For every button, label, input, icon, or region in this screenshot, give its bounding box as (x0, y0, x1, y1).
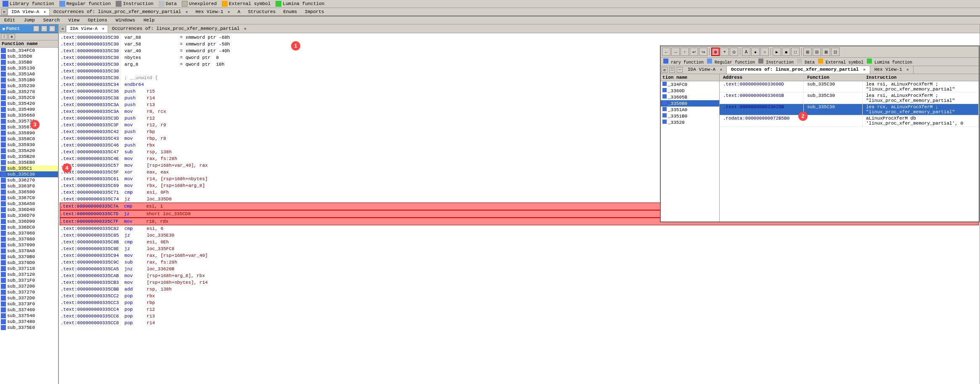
fn-sort-btn[interactable]: ↕ (1, 34, 8, 40)
fn-list-item[interactable]: sub_3372D0 (0, 295, 58, 301)
fn-list-item[interactable]: sub_337060 (0, 230, 58, 236)
fn-list-item[interactable]: sub_335930 (0, 142, 58, 148)
tab-imports[interactable]: Imports (301, 8, 328, 16)
toolbar-play[interactable]: ► (773, 48, 781, 56)
toolbar-highlight[interactable]: ⊕ (711, 48, 720, 56)
right-fn-list-item[interactable]: _3360D (661, 88, 719, 94)
fn-list-item[interactable]: sub_334FC0 (0, 48, 58, 53)
ida-line[interactable]: .text:000000000335CA5 jnz loc_33620B (61, 266, 978, 272)
right-fn-list-item[interactable]: _334FC0 (661, 81, 719, 88)
fn-list-item[interactable]: sub_335230 (0, 83, 58, 89)
fn-list-item[interactable]: sub_335EB0 (0, 160, 58, 165)
ida-line[interactable]: .text:000000000335CB3 mov [rsp+168h+nbyt… (61, 279, 978, 286)
menu-jump[interactable]: Jump (19, 17, 39, 24)
toolbar-A[interactable]: A (742, 48, 750, 56)
menu-windows[interactable]: Windows (111, 17, 139, 24)
fn-list-item[interactable]: sub_337480 (0, 319, 58, 325)
fn-list-item[interactable]: sub_336500 (0, 189, 58, 195)
right-tab-pin[interactable]: ⊡ (662, 67, 667, 73)
toolbar-dot[interactable]: ● (751, 48, 760, 56)
fn-list-item[interactable]: sub_336A50 (0, 201, 58, 207)
fn-list-item[interactable]: sub_3370B0 (0, 254, 58, 260)
ida-pin-btn[interactable]: ⊡ (60, 26, 66, 32)
fn-panel-btn1[interactable]: □ (33, 26, 39, 32)
tab-structures[interactable]: Structures (244, 8, 279, 16)
right-tab-btn3[interactable]: — (677, 67, 683, 73)
right-tab-btn2[interactable]: □ (669, 67, 675, 73)
toolbar-misc3[interactable]: ⊠ (822, 48, 830, 56)
ida-occ-close[interactable]: ✕ (244, 27, 246, 31)
right-fn-list-item[interactable]: _3351B0 (661, 113, 719, 119)
menu-search[interactable]: Search (39, 17, 64, 24)
tab-close-btn[interactable]: ⊡ (1, 9, 7, 15)
fn-list-item[interactable]: sub_3373F0 (0, 301, 58, 307)
fn-list-item[interactable]: sub_335C30 (0, 171, 58, 177)
fn-list-item[interactable]: sub_3375E0 (0, 325, 58, 331)
toolbar-btn3[interactable]: ⊙ (730, 48, 738, 56)
tab-hex-close[interactable]: ✕ (228, 10, 230, 14)
ida-line[interactable]: .text:000000000335CC2 pop rbx (61, 293, 978, 299)
tab-occurrences[interactable]: Occurrences of: linux_proc_xfer_memory_p… (50, 8, 192, 16)
right-tab-hex[interactable]: Hex View-1 ✕ (870, 66, 914, 74)
fn-list-item[interactable]: sub_335D0 (0, 53, 58, 59)
ida-line[interactable]: .text:000000000335CC6 pop r13 (61, 313, 978, 320)
toolbar-fwd[interactable]: → (671, 48, 680, 56)
menu-view[interactable]: View (64, 17, 83, 24)
fn-list-item[interactable]: sub_3363F0 (0, 183, 58, 189)
fn-list-item[interactable]: sub_335490 (0, 107, 58, 112)
fn-list-item[interactable]: sub_337270 (0, 289, 58, 295)
fn-list-item[interactable]: sub_336270 (0, 177, 58, 183)
toolbar-undo[interactable]: ↩ (690, 48, 698, 56)
fn-panel-close[interactable]: ✕ (49, 26, 55, 32)
fn-list-item[interactable]: sub_3371F0 (0, 277, 58, 283)
toolbar-stop[interactable]: ■ (782, 48, 790, 56)
xref-row[interactable]: .text:000000000033600Dsub_335C30lea rsi,… (720, 81, 979, 93)
tab-ida-close[interactable]: ✕ (44, 10, 46, 14)
ida-line[interactable]: .text:000000000335C8B cmp esi, 0Eh (61, 239, 978, 245)
fn-list-item[interactable]: sub_337200 (0, 283, 58, 289)
xref-row[interactable]: .rodata:000000000072B5B0aLinuxProcXferM … (720, 115, 979, 127)
fn-list-item[interactable]: sub_335270 (0, 89, 58, 95)
toolbar-misc1[interactable]: ⊞ (803, 48, 812, 56)
ida-line[interactable]: .text:000000000335C9C sub rax, fs:28h (61, 259, 978, 266)
fn-list-item[interactable]: sub_3352C0 (0, 95, 58, 101)
fn-list-item[interactable]: sub_335B20 (0, 154, 58, 160)
fn-list-item[interactable]: sub_337460 (0, 307, 58, 313)
ida-tab-main[interactable]: IDA View-A ✕ (66, 25, 108, 32)
tab-a[interactable]: A (234, 8, 244, 16)
toolbar-redo[interactable]: ↪ (699, 48, 707, 56)
toolbar-circle[interactable]: ○ (760, 48, 769, 56)
right-tab-ida[interactable]: IDA View-A ✕ (683, 66, 727, 74)
xref-row[interactable]: .text:000000000033625Bsub_335C30lea rcx,… (720, 104, 979, 115)
fn-list-item[interactable]: sub_336DC0 (0, 224, 58, 230)
fn-panel-btn2[interactable]: — (41, 26, 47, 32)
fn-list-item[interactable]: sub_335890 (0, 130, 58, 136)
fn-list-item[interactable]: sub_335730 (0, 118, 58, 124)
fn-list-item[interactable]: sub_3370A0 (0, 248, 58, 254)
toolbar-back[interactable]: ← (662, 48, 670, 56)
tab-hex-view[interactable]: Hex View-1 ✕ (192, 8, 234, 16)
fn-list-item[interactable]: sub_335B0 (0, 59, 58, 65)
toolbar-btn2[interactable]: ⌖ (720, 48, 729, 56)
ida-line[interactable]: .text:000000000335CC3 pop rbp (61, 299, 978, 306)
fn-list-item[interactable]: sub_3351A0 (0, 71, 58, 77)
ida-line[interactable]: .text:000000000335C85 jz loc_335E30 (61, 232, 978, 239)
tab-enums[interactable]: Enums (279, 8, 301, 16)
fn-list-item[interactable]: sub_337090 (0, 242, 58, 248)
fn-list-item[interactable]: sub_337110 (0, 266, 58, 272)
ida-line[interactable]: .text:000000000335C30 var_68 = xmmword p… (61, 34, 978, 41)
ida-line[interactable]: .text:000000000335C94 mov rax, [rsp+168h… (61, 252, 978, 259)
menu-options[interactable]: Options (84, 17, 111, 24)
right-fn-list-item[interactable]: _3350B0 (661, 100, 719, 107)
fn-list-item[interactable]: sub_335130 (0, 65, 58, 71)
right-fn-list-item[interactable]: _3351A0 (661, 107, 719, 113)
tab-occ-close[interactable]: ✕ (185, 10, 188, 14)
toolbar-up[interactable]: ↑ (681, 48, 689, 56)
right-fn-list-item[interactable]: _33520 (661, 119, 719, 125)
fn-list-item[interactable]: sub_336D40 (0, 207, 58, 213)
ida-line[interactable]: .text:000000000335CC8 pop r14 (61, 320, 978, 326)
ida-line[interactable]: .text:000000000335CBB add rsp, 138h (61, 286, 978, 293)
fn-list-item[interactable]: sub_335C1 (0, 165, 58, 171)
fn-list-item[interactable]: sub_335420 (0, 101, 58, 107)
ida-line[interactable]: .text:000000000335C8E jz loc_335FC8 (61, 245, 978, 252)
